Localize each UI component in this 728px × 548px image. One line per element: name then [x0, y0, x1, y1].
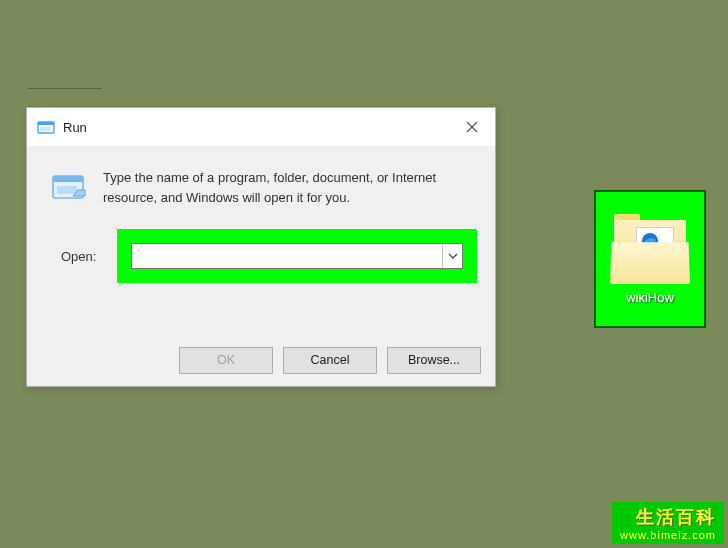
cancel-button[interactable]: Cancel [283, 347, 377, 374]
title-text: Run [63, 120, 87, 135]
open-input[interactable] [132, 244, 442, 268]
titlebar: Run [27, 108, 495, 146]
folder-icon: pdf [610, 214, 690, 284]
svg-rect-1 [38, 122, 54, 125]
watermark-url: www.bimeiz.com [620, 529, 716, 541]
folder-label: wikiHow [626, 290, 674, 305]
open-label: Open: [61, 249, 113, 264]
folder-body: pdf wikiHow [604, 200, 696, 318]
description-row: Type the name of a program, folder, docu… [27, 146, 495, 219]
svg-rect-7 [57, 186, 77, 194]
combobox-dropdown-button[interactable] [442, 244, 462, 268]
run-program-icon [51, 168, 89, 206]
watermark-title: 生活百科 [620, 505, 716, 529]
open-row: Open: [27, 219, 495, 293]
desktop-folder-wikihow[interactable]: pdf wikiHow [594, 190, 706, 328]
ok-button[interactable]: OK [179, 347, 273, 374]
input-highlight [117, 229, 477, 283]
watermark: 生活百科 www.bimeiz.com [612, 502, 724, 544]
svg-rect-6 [53, 176, 83, 182]
button-row: OK Cancel Browse... [27, 334, 495, 386]
close-button[interactable] [449, 108, 495, 146]
run-titlebar-icon [37, 118, 55, 136]
browse-button[interactable]: Browse... [387, 347, 481, 374]
partial-obscured-text: — — — — — — [28, 82, 228, 94]
run-dialog: Run Type the name of a program, folder, … [26, 107, 496, 387]
svg-rect-2 [40, 127, 50, 131]
open-combobox[interactable] [131, 243, 463, 269]
description-text: Type the name of a program, folder, docu… [103, 168, 471, 207]
